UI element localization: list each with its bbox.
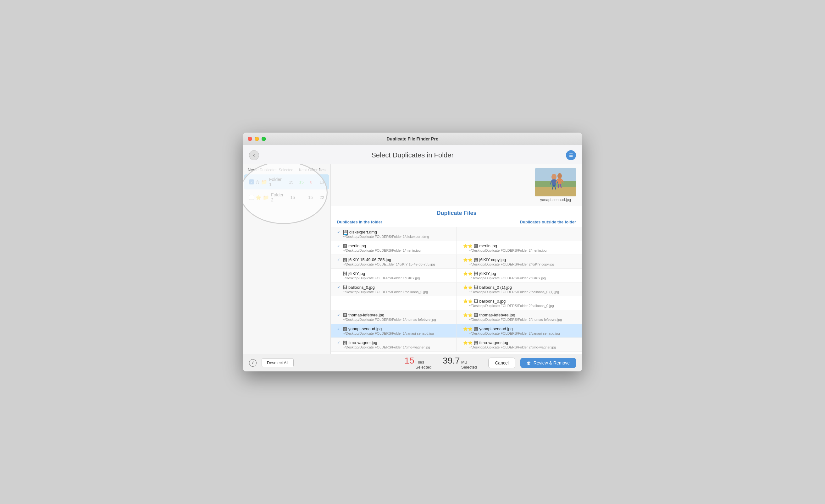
dup-filepath: ~/Desktop/Duplicate FOLDERS/Folder 2/j6i… xyxy=(469,262,576,266)
dup-file-row: ✓ 🖼 thomas-lefebvre.jpg xyxy=(337,313,450,318)
folder1-star-empty: ☆ xyxy=(255,179,260,185)
folder1-checkbox[interactable]: ✓ xyxy=(249,179,254,184)
dup-group-merlin: ✓ 🖼 merlin.jpg ~/Desktop/Duplicate FOLDE… xyxy=(331,241,582,255)
dup-left-balloons0[interactable]: ✓ 🖼 balloons_0.jpg ~/Desktop/Duplicate F… xyxy=(331,282,456,296)
files-label-line2: Selected xyxy=(416,365,432,369)
dup-right-merlin[interactable]: ⭐⭐ 🖼 merlin.jpg ~/Desktop/Duplicate FOLD… xyxy=(456,241,583,255)
check-icon: ✓ xyxy=(337,258,342,262)
dup-filepath: ~/Desktop/Duplicate FOLDERS/Folder 1/j6i… xyxy=(343,276,450,280)
info-button[interactable]: i xyxy=(249,359,256,367)
maximize-button[interactable] xyxy=(261,137,266,141)
folder2-icon: 📁 xyxy=(263,194,269,200)
dup-left-j6ikiy785[interactable]: ✓ 🖼 j6iKIY 15-49-06-785.jpg ~/Desktop/Du… xyxy=(331,255,456,268)
back-button[interactable]: ‹ xyxy=(249,150,259,160)
dup-file-row: ✓ 🖼 balloons_0.jpg xyxy=(337,285,450,290)
dup-left-diskexpert[interactable]: ✓ 💾 diskexpert.dmg ~/Desktop/Duplicate F… xyxy=(331,227,456,241)
dup-left-balloons0-2 xyxy=(331,296,456,310)
dup-left-merlin[interactable]: ✓ 🖼 merlin.jpg ~/Desktop/Duplicate FOLDE… xyxy=(331,241,456,255)
dup-filename: merlin.jpg xyxy=(348,244,366,248)
dup-left-thomas[interactable]: ✓ 🖼 thomas-lefebvre.jpg ~/Desktop/Duplic… xyxy=(331,310,456,324)
dup-filepath: ~/Desktop/Duplicate FOLDERS/Folder 2/mer… xyxy=(469,249,576,252)
dup-filepath: ~/Desktop/Duplicate FOLDERS/Folder 1/bal… xyxy=(343,290,450,294)
dup-right-diskexpert xyxy=(456,227,583,241)
dup-left-timo[interactable]: ✓ 🖼 timo-wagner.jpg ~/Desktop/Duplicate … xyxy=(331,338,456,351)
dup-group-diskexpert: ✓ 💾 diskexpert.dmg ~/Desktop/Duplicate F… xyxy=(331,227,582,241)
dup-right-j6ikiy[interactable]: ⭐⭐ 🖼 j6iKIY.jpg ~/Desktop/Duplicate FOLD… xyxy=(456,269,583,282)
duplicate-files-section[interactable]: Duplicate Files Duplicates in the folder… xyxy=(331,206,582,354)
window-title: Duplicate File Finder Pro xyxy=(387,136,439,142)
dup-file-row: ⭐⭐ 🖼 merlin.jpg xyxy=(463,244,576,249)
dup-right-j6ikiy785[interactable]: ⭐⭐ 🖼 j6iKIY copy.jpg ~/Desktop/Duplicate… xyxy=(456,255,583,268)
mb-label-line2: Selected xyxy=(461,365,477,369)
dup-filepath: ~/Desktop/Duplicate FOLDERS/Folder 1/tho… xyxy=(343,318,450,321)
dup-file-row: ✓ 🖼 j6iKIY 15-49-06-785.jpg xyxy=(337,257,450,262)
files-count-display: 15 Files Selected xyxy=(404,356,431,369)
dup-group-timo: ✓ 🖼 timo-wagner.jpg ~/Desktop/Duplicate … xyxy=(331,338,582,352)
trash-icon: 🗑 xyxy=(527,360,531,365)
dup-right-balloons0-2[interactable]: ⭐⭐ 🖼 balloons_0.jpg ~/Desktop/Duplicate … xyxy=(456,296,583,310)
star-icons: ⭐⭐ xyxy=(463,271,472,276)
dup-right-yanapi[interactable]: ⭐⭐ 🖼 yanapi-senaud.jpg ~/Desktop/Duplica… xyxy=(456,324,583,337)
dup-group-j6ikiy: 🖼 j6iKIY.jpg ~/Desktop/Duplicate FOLDERS… xyxy=(331,269,582,282)
check-icon: ✓ xyxy=(337,244,342,248)
dup-filepath: ~/Desktop/Duplicate FOLDERS/Folder 2/bal… xyxy=(469,290,576,294)
review-remove-label: Review & Remove xyxy=(534,360,570,365)
file-icon: 🖼 xyxy=(343,313,347,318)
cancel-button[interactable]: Cancel xyxy=(488,357,515,368)
dup-filepath: ~/Desktop/Duplicate FOLDERS/Folder 1/yan… xyxy=(343,332,450,335)
dup-filename: merlin.jpg xyxy=(479,244,497,248)
folder-row-folder2[interactable]: ⭐ 📁 Folder 2 15 15 22 xyxy=(244,190,329,205)
dup-filename: diskexpert.dmg xyxy=(349,230,377,234)
dup-right-timo[interactable]: ⭐⭐ 🖼 timo-wagner.jpg ~/Desktop/Duplicate… xyxy=(456,338,583,351)
file-icon: 🖼 xyxy=(343,340,347,345)
dup-right-thomas[interactable]: ⭐⭐ 🖼 thomas-lefebvre.jpg ~/Desktop/Dupli… xyxy=(456,310,583,324)
svg-rect-10 xyxy=(558,178,561,184)
preview-filename: yanapi-senaud.jpg xyxy=(540,198,571,202)
dup-file-row: ⭐⭐ 🖼 j6iKIY.jpg xyxy=(463,271,576,276)
dup-filepath: ~/Desktop/Duplicate FOLDERS/Folder 1/mer… xyxy=(343,249,450,252)
menu-icon: ☰ xyxy=(569,153,573,158)
mb-count-display: 39.7 MB Selected xyxy=(443,356,477,369)
right-panel: yanapi-senaud.jpg Duplicate Files Duplic… xyxy=(331,164,582,354)
back-icon: ‹ xyxy=(253,152,255,158)
mb-count-number: 39.7 xyxy=(443,356,460,366)
main-body: Name Duplicates Selected Kept Other file… xyxy=(243,164,582,354)
review-remove-button[interactable]: 🗑 Review & Remove xyxy=(520,358,576,368)
dup-left-yanapi[interactable]: ✓ 🖼 yanapi-senaud.jpg ~/Desktop/Duplicat… xyxy=(331,324,456,337)
close-button[interactable] xyxy=(248,137,252,141)
dup-left-j6ikiy[interactable]: 🖼 j6iKIY.jpg ~/Desktop/Duplicate FOLDERS… xyxy=(331,269,456,282)
col-kept-header: Kept xyxy=(293,168,307,172)
dup-filename: yanapi-senaud.jpg xyxy=(348,327,382,331)
files-count-number: 15 xyxy=(404,356,414,366)
folder2-checkbox[interactable] xyxy=(249,195,254,200)
deselect-all-button[interactable]: Deselect All xyxy=(261,358,294,367)
files-count-label: Files Selected xyxy=(416,360,432,369)
info-icon: i xyxy=(252,360,253,365)
minimize-button[interactable] xyxy=(255,137,259,141)
folder-row-folder1[interactable]: ✓ ☆ 📁 Folder 1 15 15 0 13 xyxy=(244,174,329,189)
dup-group-thomas: ✓ 🖼 thomas-lefebvre.jpg ~/Desktop/Duplic… xyxy=(331,310,582,324)
menu-button[interactable]: ☰ xyxy=(566,150,576,160)
check-icon: ✓ xyxy=(337,285,342,290)
dup-filepath: ~/Desktop/Duplicate FOLDERS/Folder 2/tho… xyxy=(469,318,576,321)
dup-file-row: ⭐⭐ 🖼 yanapi-senaud.jpg xyxy=(463,327,576,332)
dup-right-balloons01[interactable]: ⭐⭐ 🖼 balloons_0 (1).jpg ~/Desktop/Duplic… xyxy=(456,282,583,296)
dup-filename: j6iKIY copy.jpg xyxy=(479,257,506,262)
dup-filename: thomas-lefebvre.jpg xyxy=(348,313,384,317)
file-icon: 🖼 xyxy=(343,327,347,332)
star-icons: ⭐⭐ xyxy=(463,244,472,248)
dup-group-balloons0-2: ⭐⭐ 🖼 balloons_0.jpg ~/Desktop/Duplicate … xyxy=(331,296,582,310)
mb-count-label: MB Selected xyxy=(461,360,477,369)
star-icons: ⭐⭐ xyxy=(463,258,472,262)
check-icon: ✓ xyxy=(337,313,342,317)
check-icon: ✓ xyxy=(337,230,342,234)
dup-file-row: ✓ 🖼 merlin.jpg xyxy=(337,244,450,249)
bottom-bar: i Deselect All 15 Files Selected 39.7 MB… xyxy=(243,354,582,371)
dup-file-row: ✓ 🖼 timo-wagner.jpg xyxy=(337,340,450,345)
dup-filename: j6iKIY 15-49-06-785.jpg xyxy=(348,257,391,262)
svg-point-3 xyxy=(551,174,556,180)
file-icon: 🖼 xyxy=(474,271,478,276)
duplicate-files-column-headers: Duplicates in the folder Duplicates outs… xyxy=(331,219,582,227)
check-icon: ✓ xyxy=(337,341,342,345)
folder1-selected: 15 xyxy=(294,180,304,184)
